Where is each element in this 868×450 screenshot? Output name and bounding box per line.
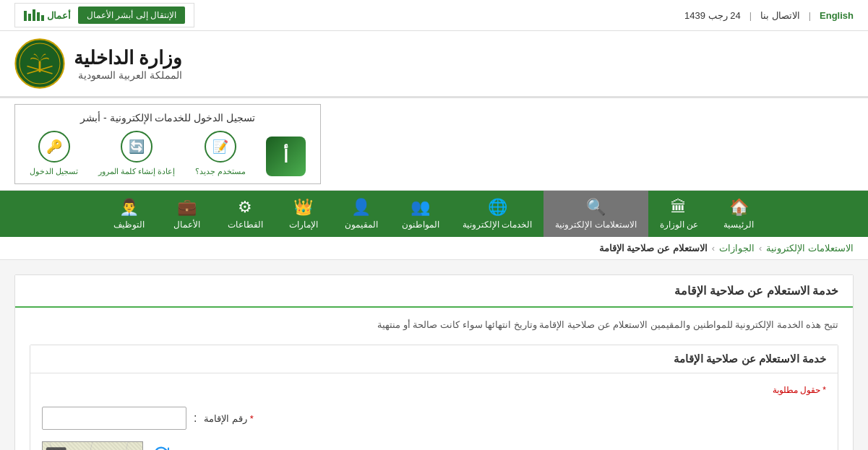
absher-logo-item: أ: [266, 137, 306, 176]
iqama-row: * رقم الإقامة :: [42, 407, 826, 430]
req-text: حقول مطلوبة: [773, 385, 820, 395]
contact-link[interactable]: الاتصال بنا: [760, 10, 800, 21]
nav-item-business[interactable]: 💼 الأعمال: [158, 191, 216, 237]
nav-item-about[interactable]: 🏛 عن الوزارة: [648, 191, 710, 237]
required-note: * حقول مطلوبة: [42, 385, 826, 395]
nav-item-emirates[interactable]: 👑 الإمارات: [275, 191, 332, 237]
amal-logo-text: أعمال: [47, 10, 71, 21]
bar1: [41, 15, 44, 21]
nav-item-citizens[interactable]: 👥 المواطنون: [390, 191, 451, 237]
top-bar-left: الإنتقال إلى أبشر الأعمال أعمال: [14, 3, 194, 27]
amal-logo-bars: [24, 9, 44, 21]
nav-label-eservices: الخدمات الإلكترونية: [463, 220, 532, 230]
breadcrumb-sep1: ›: [712, 243, 715, 254]
reset-password-icon: 🔄: [121, 131, 152, 163]
login-title: تسجيل الدخول للخدمات الإلكترونية - أبشر: [80, 112, 255, 124]
site-header: وزارة الداخلية المملكة العربية السعودية: [0, 31, 868, 98]
service-card-title: خدمة الاستعلام عن صلاحية الإقامة: [15, 275, 853, 308]
top-bar: English | الاتصال بنا | 24 رجب 1439 الإن…: [0, 0, 868, 31]
residents-icon: 👤: [351, 198, 371, 217]
nav-label-citizens: المواطنون: [402, 220, 439, 230]
separator2: |: [749, 10, 752, 21]
breadcrumb-sep2: ›: [759, 243, 762, 254]
login-icon: 🔑: [38, 131, 70, 163]
new-user-icon: 📝: [205, 131, 236, 163]
iqama-input[interactable]: [42, 407, 186, 430]
amal-logo: أعمال: [24, 9, 71, 21]
nav-label-home: الرئيسية: [723, 220, 754, 230]
captcha-row: 9966: [42, 441, 826, 450]
citizens-icon: 👥: [411, 198, 430, 217]
bar4: [28, 14, 31, 21]
about-icon: 🏛: [671, 198, 687, 217]
nav-item-residents[interactable]: 👤 المقيمون: [332, 191, 390, 237]
nav-item-sectors[interactable]: ⚙ القطاعات: [216, 191, 275, 237]
hijri-date: 24 رجب 1439: [684, 10, 741, 21]
new-user-item[interactable]: 📝 مستخدم جديد؟: [195, 131, 246, 176]
nav-item-home[interactable]: 🏠 الرئيسية: [710, 191, 768, 237]
form-section-title: خدمة الاستعلام عن صلاحية الإقامة: [30, 345, 838, 373]
nav-label-business: الأعمال: [173, 220, 200, 230]
nav-label-about: عن الوزارة: [660, 220, 698, 230]
service-card-body: تتيح هذه الخدمة الإلكترونية للمواطنين وا…: [15, 308, 853, 450]
nav-label-sectors: القطاعات: [228, 220, 263, 230]
business-icon: 💼: [177, 198, 197, 217]
language-link[interactable]: English: [820, 10, 854, 21]
ministry-emblem: [14, 38, 65, 89]
iqama-colon: :: [194, 412, 197, 425]
absher-icon: أ: [266, 137, 306, 176]
employment-icon: 👨‍💼: [119, 198, 139, 217]
separator: |: [809, 10, 811, 21]
queries-icon: 🔍: [586, 198, 606, 217]
login-banner: تسجيل الدخول للخدمات الإلكترونية - أبشر …: [0, 98, 868, 191]
nav-item-eservices[interactable]: 🌐 الخدمات الإلكترونية: [451, 191, 543, 237]
service-description: تتيح هذه الخدمة الإلكترونية للمواطنين وا…: [30, 319, 838, 330]
amal-business-button[interactable]: الإنتقال إلى أبشر الأعمال: [78, 7, 185, 24]
nav-label-residents: المقيمون: [345, 220, 378, 230]
login-item[interactable]: 🔑 تسجيل الدخول: [30, 131, 78, 176]
sectors-icon: ⚙: [238, 198, 252, 217]
breadcrumb-passports[interactable]: الجوازات: [719, 243, 755, 254]
top-bar-right: English | الاتصال بنا | 24 رجب 1439: [684, 10, 854, 21]
home-icon: 🏠: [729, 198, 749, 217]
kingdom-name: المملكة العربية السعودية: [74, 69, 182, 81]
nav-label-queries: الاستعلامات الإلكترونية: [555, 220, 636, 230]
nav-label-employment: التوظيف: [113, 220, 145, 230]
reset-password-item[interactable]: 🔄 إعادة إنشاء كلمة المرور: [98, 131, 175, 176]
main-nav: 🏠 الرئيسية 🏛 عن الوزارة 🔍 الاستعلامات ال…: [0, 191, 868, 237]
reset-password-label: إعادة إنشاء كلمة المرور: [98, 167, 175, 176]
emirates-icon: 👑: [293, 198, 313, 217]
nav-item-employment[interactable]: 👨‍💼 التوظيف: [100, 191, 158, 237]
logo-text: وزارة الداخلية المملكة العربية السعودية: [74, 47, 182, 81]
ministry-name: وزارة الداخلية: [74, 47, 182, 69]
iqama-label: * رقم الإقامة: [204, 413, 253, 424]
nav-label-emirates: الإمارات: [289, 220, 318, 230]
service-card: خدمة الاستعلام عن صلاحية الإقامة تتيح هذ…: [14, 274, 854, 450]
captcha-image: 9966: [42, 441, 143, 450]
nav-list: 🏠 الرئيسية 🏛 عن الوزارة 🔍 الاستعلامات ال…: [100, 191, 768, 237]
refresh-icon: [153, 446, 169, 450]
eservices-icon: 🌐: [488, 198, 507, 217]
captcha-noise: [43, 442, 142, 450]
iqama-req: *: [250, 413, 254, 424]
new-user-label: مستخدم جديد؟: [195, 167, 246, 176]
bar5: [24, 11, 27, 21]
login-label: تسجيل الدخول: [30, 167, 78, 176]
req-marker: *: [822, 385, 826, 395]
logo-area: وزارة الداخلية المملكة العربية السعودية: [14, 38, 182, 89]
breadcrumb-current: الاستعلام عن صلاحية الإقامة: [599, 243, 708, 254]
form-section-body: * حقول مطلوبة * رقم الإقامة :: [30, 373, 838, 450]
breadcrumb-eservices[interactable]: الاستعلامات الإلكترونية: [766, 243, 854, 254]
nav-item-queries[interactable]: 🔍 الاستعلامات الإلكترونية: [543, 191, 648, 237]
bar3: [33, 9, 35, 21]
bar2: [37, 12, 40, 21]
login-icons-row: أ 📝 مستخدم جديد؟ 🔄 إعادة إنشاء كلمة المر…: [30, 131, 306, 176]
captcha-refresh-button[interactable]: [150, 443, 172, 450]
login-box: تسجيل الدخول للخدمات الإلكترونية - أبشر …: [14, 104, 321, 184]
main-content: خدمة الاستعلام عن صلاحية الإقامة تتيح هذ…: [0, 260, 868, 450]
form-section: خدمة الاستعلام عن صلاحية الإقامة * حقول …: [30, 345, 838, 450]
breadcrumb: الاستعلام عن صلاحية الإقامة › الجوازات ›…: [0, 237, 868, 260]
